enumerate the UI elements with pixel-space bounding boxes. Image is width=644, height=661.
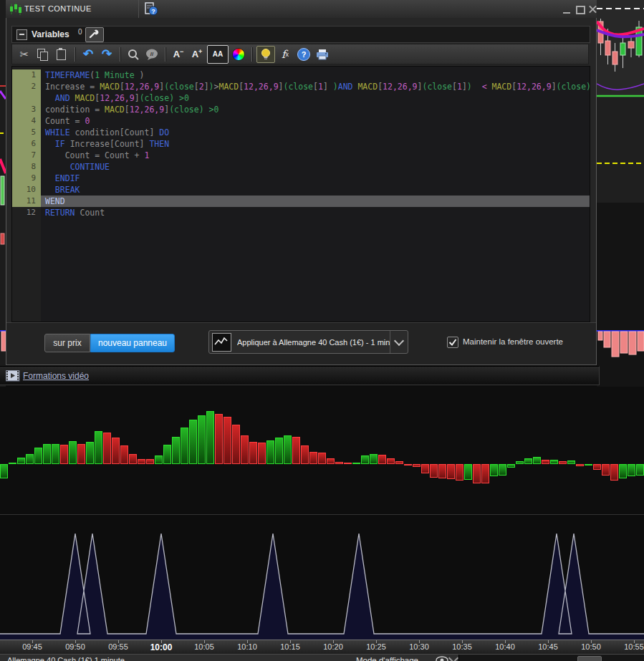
chevron-down-icon[interactable]: [390, 331, 408, 353]
histogram-bar: [95, 431, 102, 464]
histogram-bar: [387, 458, 395, 464]
time-label: 10:25: [366, 642, 386, 651]
instrument-label: Allemagne 40 Cash (1€) 1 minute: [7, 656, 125, 661]
histogram-bar: [602, 464, 610, 476]
insert-function-icon[interactable]: fx: [277, 47, 294, 62]
formations-video-bar: Formations vidéo: [0, 366, 600, 385]
histogram-bar: [593, 464, 601, 470]
histogram-bar: [69, 441, 77, 464]
histogram-bar: [576, 464, 584, 466]
apply-on-price-button[interactable]: sur prix: [44, 334, 90, 352]
line-number: 7: [12, 150, 41, 161]
minimize-button[interactable]: [562, 5, 573, 14]
display-mode-chevron-icon[interactable]: [450, 657, 457, 661]
code-editor[interactable]: 123456789101112 TIMEFRAME(1 Minute )Incr…: [11, 66, 590, 322]
time-label: 10:40: [495, 642, 515, 651]
undo-icon[interactable]: ↶: [80, 47, 97, 62]
histogram-bar: [0, 464, 8, 478]
histogram-bar: [43, 444, 51, 464]
window-title-bar[interactable]: TEST CONTINUE ?: [6, 0, 597, 19]
color-picker-icon[interactable]: [230, 47, 247, 62]
line-number: 5: [12, 127, 41, 138]
paste-icon[interactable]: [53, 47, 70, 62]
line-number: 12: [12, 207, 41, 218]
case-toggle-icon[interactable]: AA: [207, 45, 229, 64]
histogram-bar: [481, 464, 489, 483]
code-line[interactable]: Count = 0: [41, 115, 590, 127]
code-line[interactable]: BREAK: [41, 184, 590, 196]
histogram-bar: [224, 417, 231, 464]
time-axis[interactable]: 09:4509:5009:5510:0010:0510:1010:1510:20…: [0, 640, 644, 654]
code-line[interactable]: ENDIF: [41, 173, 590, 184]
code-line[interactable]: WHILE condition[Count] DO: [41, 127, 590, 138]
code-help-doc-icon[interactable]: ?: [143, 1, 159, 16]
variables-settings-button[interactable]: [85, 27, 104, 42]
apply-new-panel-button[interactable]: nouveau panneau: [90, 334, 175, 352]
keep-window-open-label: Maintenir la fenêtre ouverte: [463, 337, 563, 346]
lightbulb-icon[interactable]: [256, 46, 275, 63]
line-number: 10: [12, 184, 41, 196]
maximize-button[interactable]: [575, 5, 586, 14]
editor-code[interactable]: TIMEFRAME(1 Minute )Increase = MACD[12,2…: [41, 67, 590, 322]
app-candlestick-icon: [9, 2, 23, 16]
font-decrease-icon[interactable]: A−: [170, 47, 187, 62]
minus-icon: [19, 34, 24, 35]
histogram-bar: [550, 460, 558, 464]
time-label: 09:55: [108, 642, 128, 651]
close-button[interactable]: [587, 5, 599, 14]
histogram-bar: [155, 455, 163, 464]
code-line[interactable]: RETURN Count: [41, 207, 590, 218]
formations-video-link[interactable]: Formations vidéo: [23, 371, 89, 381]
histogram-bar: [172, 437, 180, 464]
code-line[interactable]: condition = MACD[12,26,9](close) >0: [41, 104, 590, 115]
histogram-bar: [241, 435, 249, 464]
histogram-bar: [181, 428, 188, 464]
print-icon[interactable]: [314, 47, 331, 62]
code-line[interactable]: TIMEFRAME(1 Minute ): [41, 69, 590, 81]
histogram-bar: [636, 464, 644, 476]
histogram-bar: [112, 438, 120, 464]
keep-window-open-checkbox[interactable]: [447, 337, 458, 348]
copy-icon[interactable]: [34, 47, 52, 62]
scrollbar-handle[interactable]: [577, 656, 602, 661]
time-label: 10:35: [452, 642, 472, 651]
eye-icon[interactable]: [436, 656, 450, 661]
toolbar-separator: [165, 47, 165, 62]
cut-icon[interactable]: ✂: [16, 47, 33, 62]
probuilder-editor-dialog: Variables 0 ✂ ↶ ↷ // A−: [6, 18, 597, 365]
histogram-bar: [473, 464, 481, 483]
apply-to-chart-dropdown[interactable]: Appliquer à Allemagne 40 Cash (1€) - 1 m…: [208, 330, 408, 354]
time-label: 10:05: [194, 642, 214, 651]
check-icon: [448, 337, 458, 347]
font-increase-icon[interactable]: A+: [188, 47, 206, 62]
dialog-footer: sur prix nouveau panneau Appliquer à All…: [6, 322, 596, 365]
background-chart-right-sliver: [597, 0, 644, 387]
code-line[interactable]: AND MACD[12,26,9](close) >0: [41, 92, 590, 104]
line-number: [12, 92, 41, 104]
help-icon[interactable]: ?: [295, 47, 312, 62]
histogram-bar: [206, 411, 214, 464]
code-line[interactable]: Increase = MACD[12,26,9](close[2])>MACD[…: [41, 81, 590, 92]
histogram-bar: [198, 415, 206, 464]
histogram-bar: [327, 458, 335, 464]
display-mode-label[interactable]: Mode d'affichage: [356, 656, 418, 661]
time-label: 10:00: [150, 642, 173, 652]
code-line[interactable]: IF Increase[Count] THEN: [41, 138, 590, 150]
histogram-bar: [275, 438, 283, 464]
code-line[interactable]: WEND: [41, 196, 590, 207]
collapse-toggle[interactable]: [16, 29, 27, 40]
time-label: 10:55: [624, 642, 644, 651]
code-line[interactable]: Count = Count + 1: [41, 150, 590, 161]
line-number: 1: [12, 69, 41, 81]
apply-dropdown-label: Appliquer à Allemagne 40 Cash (1€) - 1 m…: [237, 338, 390, 347]
line-number: 9: [12, 173, 41, 184]
background-chart-left-sliver: [0, 0, 6, 387]
comment-icon[interactable]: //: [143, 47, 160, 62]
histogram-bar: [86, 442, 94, 464]
screen: TEST CONTINUE ? Variables 0 ✂: [0, 0, 644, 661]
horizontal-scrollbar[interactable]: [458, 655, 644, 661]
code-line[interactable]: CONTINUE: [41, 161, 590, 173]
redo-icon[interactable]: ↷: [98, 47, 115, 62]
histogram-bar: [318, 453, 326, 464]
search-icon[interactable]: [125, 47, 142, 62]
